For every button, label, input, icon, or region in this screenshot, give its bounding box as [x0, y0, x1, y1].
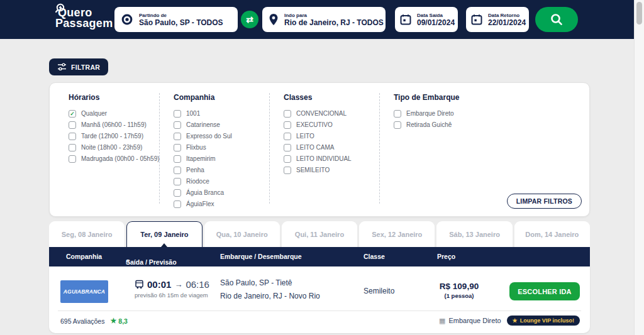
check-icon: ✓: [70, 111, 75, 117]
divider: [58, 310, 581, 311]
filter-option[interactable]: ✓ Flixbus: [174, 143, 232, 151]
day-tab-label: Qui, 11 Janeiro: [295, 231, 344, 238]
departure-date-label: Data Saída: [417, 13, 455, 18]
filter-option[interactable]: ✓ LEITO: [284, 132, 352, 140]
day-tab[interactable]: Dom, 14 Janeiro: [514, 221, 590, 247]
filter-option[interactable]: ✓ Noite (18h00 - 23h59): [69, 143, 160, 151]
checkbox[interactable]: ✓: [174, 110, 181, 118]
filter-option[interactable]: ✓ 1001: [174, 109, 232, 118]
filter-option-label: Águia Branca: [186, 189, 224, 196]
checkbox[interactable]: ✓: [174, 144, 181, 151]
checkbox[interactable]: ✓: [69, 144, 76, 151]
day-tabs: Seg, 08 Janeiro Ter, 09 Janeiro Qua, 10 …: [49, 221, 590, 247]
search-button[interactable]: [535, 7, 578, 32]
checkbox[interactable]: ✓: [174, 200, 181, 208]
destination-station: Rio de Janeiro, RJ - Novo Rio: [220, 290, 320, 303]
checkbox[interactable]: ✓: [284, 110, 291, 118]
origin-field[interactable]: Partindo de São Paulo, SP - TODOS: [114, 7, 238, 32]
filter-option[interactable]: ✓ Embarque Direto: [394, 109, 459, 118]
vip-badge-label: Lounge VIP incluso!: [520, 317, 574, 324]
checkbox[interactable]: ✓: [394, 121, 401, 129]
filter-option[interactable]: ✓ Penha: [174, 166, 232, 174]
checkbox[interactable]: ✓: [284, 144, 291, 151]
filter-option[interactable]: ✓ EXECUTIVO: [284, 121, 352, 129]
checkbox[interactable]: ✓: [284, 167, 291, 174]
day-tab[interactable]: Ter, 09 Janeiro: [126, 221, 202, 247]
origin-label: Partindo de: [139, 13, 223, 18]
day-tab-label: Ter, 09 Janeiro: [140, 231, 188, 238]
filter-option[interactable]: ✓ Catarinense: [174, 121, 232, 129]
filter-group-horarios: Hórarios ✓ Qualquer ✓ Manhã (06h00 - 11h…: [69, 93, 160, 166]
site-logo[interactable]: Quero Passagem: [55, 8, 113, 29]
departure-date-field[interactable]: Data Saída 09/01/2024: [395, 7, 458, 32]
choose-departure-button[interactable]: ESCOLHER IDA: [509, 282, 580, 300]
filter-button-label: FILTRAR: [71, 63, 100, 71]
return-date-field[interactable]: Data Retorno 22/01/2024: [466, 7, 529, 32]
trip-times: 00:01 → 06:16 previsão 6h 15m de viagem: [135, 279, 209, 299]
filter-toggle-button[interactable]: FILTRAR: [49, 58, 108, 75]
trip-perks: ▦ Embarque Direto ★ Lounge VIP incluso!: [439, 316, 580, 326]
filter-option[interactable]: ✓ Qualquer: [69, 109, 160, 118]
filter-option-label: LEITO CAMA: [296, 144, 334, 151]
checkbox[interactable]: ✓: [174, 133, 181, 140]
boarding-type: ▦ Embarque Direto: [439, 317, 501, 325]
checkbox[interactable]: ✓: [69, 110, 76, 118]
filter-option[interactable]: ✓ SEMILEITO: [284, 166, 352, 174]
day-tab[interactable]: Sex, 12 Janeiro: [359, 221, 435, 247]
checkbox[interactable]: ✓: [284, 121, 291, 129]
day-tab[interactable]: Qui, 11 Janeiro: [282, 221, 357, 247]
sort-asc-icon: ^: [126, 258, 130, 266]
star-icon: ★: [110, 317, 116, 325]
checkbox[interactable]: ✓: [174, 155, 181, 163]
checkbox[interactable]: ✓: [174, 178, 181, 185]
trip-price: R$ 109,90: [409, 282, 509, 291]
reviews-count[interactable]: 695 Avaliações: [60, 317, 104, 325]
checkbox[interactable]: ✓: [284, 133, 291, 140]
scrollbar-thumb[interactable]: [636, 2, 642, 25]
swap-direction-button[interactable]: ⇄: [241, 11, 258, 28]
checkbox[interactable]: ✓: [174, 167, 181, 174]
checkbox[interactable]: ✓: [394, 110, 401, 118]
filter-option-label: Penha: [186, 167, 204, 173]
trip-reviews: 695 Avaliações ★ 8,3: [60, 317, 128, 325]
clear-filters-button[interactable]: LIMPAR FILTROS: [507, 194, 582, 209]
checkbox[interactable]: ✓: [69, 133, 76, 140]
filter-option[interactable]: ✓ ÁguiaFlex: [174, 200, 232, 208]
search-icon: [550, 13, 564, 26]
filter-option[interactable]: ✓ CONVENCIONAL: [284, 109, 352, 118]
checkbox[interactable]: ✓: [284, 155, 291, 163]
filter-option[interactable]: ✓ Águia Branca: [174, 189, 232, 197]
filter-option[interactable]: ✓ Riodoce: [174, 177, 232, 185]
day-tab[interactable]: Seg, 08 Janeiro: [49, 221, 125, 247]
logo-line2: Passagem: [55, 18, 113, 29]
checkbox[interactable]: ✓: [69, 155, 76, 163]
filter-option[interactable]: ✓ Madrugada (00h00 - 05h59): [69, 155, 160, 163]
filter-option-label: LEITO: [296, 133, 314, 140]
origin-station: São Paulo, SP - Tietê: [220, 277, 320, 290]
filter-panel: Hórarios ✓ Qualquer ✓ Manhã (06h00 - 11h…: [49, 82, 590, 217]
day-tab[interactable]: Qua, 10 Janeiro: [204, 221, 280, 247]
filter-option-label: LEITO INDIVIDUAL: [296, 155, 352, 162]
trip-stations: São Paulo, SP - Tietê Rio de Janeiro, RJ…: [220, 277, 320, 303]
scrollbar-track[interactable]: [634, 0, 644, 335]
filter-group-title: Hórarios: [69, 93, 160, 102]
day-tab-label: Sáb, 13 Janeiro: [449, 231, 500, 238]
filter-group-title: Companhia: [174, 93, 232, 102]
checkbox[interactable]: ✓: [69, 121, 76, 129]
destination-field[interactable]: Indo para Rio de Janeiro, RJ - TODOS: [262, 7, 386, 32]
checkbox[interactable]: ✓: [174, 121, 181, 129]
filter-option[interactable]: ✓ Tarde (12h00 - 17h59): [69, 132, 160, 140]
arrow-right-icon: →: [174, 280, 182, 289]
filter-option[interactable]: ✓ Retirada Guichê: [394, 121, 459, 129]
day-tab[interactable]: Sáb, 13 Janeiro: [436, 221, 512, 247]
rating-value: 8,3: [118, 317, 128, 325]
filter-option[interactable]: ✓ LEITO CAMA: [284, 143, 352, 151]
destination-value: Rio de Janeiro, RJ - TODOS: [284, 18, 384, 27]
filter-option-label: EXECUTIVO: [296, 121, 333, 128]
filter-option[interactable]: ✓ LEITO INDIVIDUAL: [284, 155, 352, 163]
filter-option[interactable]: ✓ Manhã (06h00 - 11h59): [69, 121, 160, 129]
filter-option[interactable]: ✓ Expresso do Sul: [174, 132, 232, 140]
day-tab-label: Dom, 14 Janeiro: [525, 231, 579, 238]
checkbox[interactable]: ✓: [174, 189, 181, 197]
filter-option[interactable]: ✓ Itapemirim: [174, 155, 232, 163]
